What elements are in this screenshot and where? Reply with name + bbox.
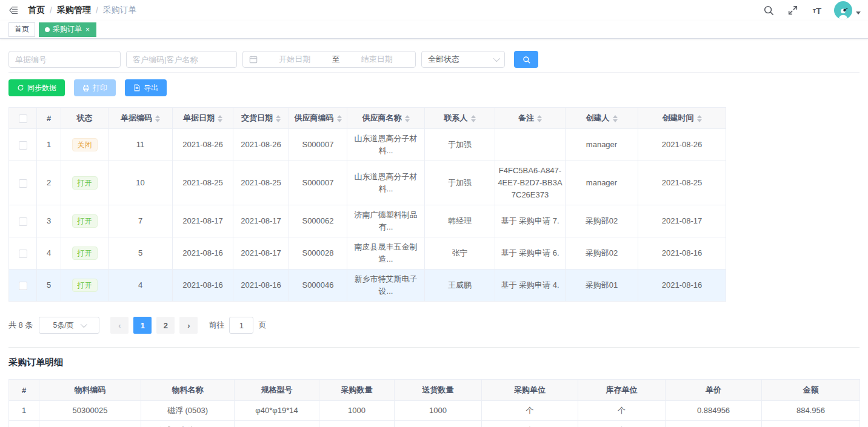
detail-row[interactable]: 150300025磁浮 (0503)φ40*φ19*1410001000个个0.… (9, 401, 860, 421)
fullscreen-icon[interactable] (786, 3, 800, 18)
sort-caret-icon[interactable] (337, 115, 342, 122)
goto-page-input[interactable] (229, 317, 253, 334)
order-no-input[interactable] (8, 51, 121, 68)
orders-pagination: 共 8 条 5条/页 ‹12› 前往 页 (8, 317, 860, 334)
column-label: 交货日期 (241, 113, 273, 122)
sync-data-button[interactable]: 同步数据 (8, 79, 65, 96)
sort-caret-icon[interactable] (613, 115, 618, 122)
font-size-icon[interactable]: тT (810, 3, 824, 18)
print-button: 打印 (74, 79, 116, 96)
status-select-value: 全部状态 (428, 54, 459, 65)
cell-stock_unit: 个 (578, 401, 666, 421)
column-header[interactable]: 创建时间 (638, 108, 726, 129)
cell-spec: 14*99 (235, 421, 319, 427)
cell-material_name: 传感器本体 (0503) (141, 421, 235, 427)
breadcrumb-separator: / (96, 5, 98, 15)
page-number-button[interactable]: 1 (133, 317, 152, 334)
sort-caret-icon[interactable] (276, 115, 281, 122)
export-button[interactable]: 导出 (125, 79, 167, 96)
cell-num: 1 (37, 129, 61, 161)
search-button[interactable] (514, 51, 538, 68)
tab-label: 首页 (15, 24, 29, 35)
cell-supplier_name: 新乡市特艾斯电子设... (347, 270, 425, 302)
filter-bar: 开始日期 至 结束日期 全部状态 (8, 51, 860, 73)
top-navbar: 首页 / 采购管理 / 采购订单 тT (0, 0, 868, 21)
details-header-row: #物料编码物料名称规格型号采购数量送货数量采购单位库存单位单价金额 (9, 380, 860, 401)
cell-purchase_qty: 1000 (319, 401, 395, 421)
sort-caret-icon[interactable] (218, 115, 222, 122)
status-badge: 打开 (72, 176, 98, 190)
sort-caret-icon[interactable] (155, 115, 160, 122)
column-header[interactable]: 供应商名称 (347, 108, 425, 129)
cell-num: 5 (37, 270, 61, 302)
order-row[interactable]: 3打开72021-08-172021-08-17S000062济南广德塑料制品有… (9, 205, 726, 237)
order-row[interactable]: 5打开42021-08-162021-08-16S000046新乡市特艾斯电子设… (9, 270, 726, 302)
row-checkbox[interactable] (19, 217, 27, 226)
cell-remark: 基于 采购申请 4. (495, 270, 566, 302)
column-header[interactable]: 备注 (495, 108, 566, 129)
select-all-checkbox[interactable] (19, 114, 27, 123)
order-row[interactable]: 2打开102021-08-252021-08-25S000007山东道恩高分子材… (9, 161, 726, 205)
toolbar: 同步数据 打印 导出 (8, 79, 860, 96)
row-checkbox[interactable] (19, 282, 27, 290)
cell-supplier_name: 济南广德塑料制品有... (347, 205, 425, 237)
row-checkbox[interactable] (19, 141, 27, 150)
column-header[interactable]: 单据日期 (173, 108, 233, 129)
cell-contact: 张宁 (425, 237, 495, 270)
user-avatar[interactable] (834, 1, 852, 19)
column-label: 状态 (77, 113, 93, 122)
status-badge: 关闭 (72, 138, 98, 151)
cell-contact: 于加强 (425, 129, 495, 161)
detail-row[interactable]: 250300024传感器本体 (0503)14*99400400个个12.389… (9, 421, 860, 427)
cell-remark (495, 129, 566, 161)
column-header[interactable]: 创建人 (566, 108, 638, 129)
column-label: 单据日期 (183, 113, 215, 122)
column-header[interactable]: 供应商编码 (289, 108, 347, 129)
row-checkbox[interactable] (19, 250, 27, 258)
caret-down-icon (856, 12, 861, 15)
sort-caret-icon[interactable] (471, 115, 476, 122)
column-header: 规格型号 (235, 380, 319, 401)
cell-purchase_unit: 个 (482, 401, 578, 421)
cell-num: 1 (9, 401, 39, 421)
tab-close-icon[interactable]: × (85, 26, 90, 33)
customer-input[interactable] (126, 51, 237, 68)
row-checkbox[interactable] (19, 179, 27, 188)
column-header[interactable]: 单据编码 (109, 108, 173, 129)
tab-home[interactable]: 首页 (8, 22, 35, 37)
sort-caret-icon[interactable] (405, 115, 410, 122)
breadcrumb-separator: / (50, 5, 52, 15)
column-header: 物料编码 (39, 380, 141, 401)
breadcrumb-purchase-mgmt[interactable]: 采购管理 (57, 5, 91, 16)
user-menu[interactable] (834, 1, 861, 19)
column-header: 状态 (61, 108, 109, 129)
sort-caret-icon[interactable] (697, 115, 702, 122)
cell-created_at: 2021-08-16 (638, 237, 726, 270)
order-row[interactable]: 1关闭112021-08-262021-08-26S000007山东道恩高分子材… (9, 129, 726, 161)
checkbox-cell (9, 270, 37, 302)
breadcrumb-home[interactable]: 首页 (28, 5, 45, 16)
cell-delivery_date: 2021-08-26 (233, 129, 289, 161)
column-label: 创建人 (586, 113, 610, 122)
column-header[interactable]: 联系人 (425, 108, 495, 129)
tab-purchase-orders[interactable]: 采购订单 × (39, 22, 96, 37)
sidebar-toggle-icon[interactable] (7, 4, 19, 16)
page-size-select[interactable]: 5条/页 (39, 317, 99, 334)
column-header[interactable]: 交货日期 (233, 108, 289, 129)
pager: ‹12› (110, 317, 198, 334)
search-icon[interactable] (761, 3, 776, 18)
cell-supplier_name: 山东道恩高分子材料... (347, 161, 425, 205)
cell-supplier_name: 南皮县晟丰五金制造... (347, 237, 425, 270)
page-number-button[interactable]: 2 (156, 317, 175, 334)
cell-contact: 于加强 (425, 161, 495, 205)
order-row[interactable]: 4打开52021-08-162021-08-17S000028南皮县晟丰五金制造… (9, 237, 726, 270)
date-range-picker[interactable]: 开始日期 至 结束日期 (242, 51, 416, 68)
cell-num: 3 (37, 205, 61, 237)
cell-status: 打开 (61, 161, 109, 205)
status-select[interactable]: 全部状态 (421, 51, 505, 68)
cell-delivery_qty: 1000 (395, 401, 482, 421)
sort-caret-icon[interactable] (537, 115, 542, 122)
next-page-button[interactable]: › (179, 317, 198, 334)
column-label: 物料编码 (75, 385, 106, 394)
cell-order_date: 2021-08-16 (173, 237, 233, 270)
